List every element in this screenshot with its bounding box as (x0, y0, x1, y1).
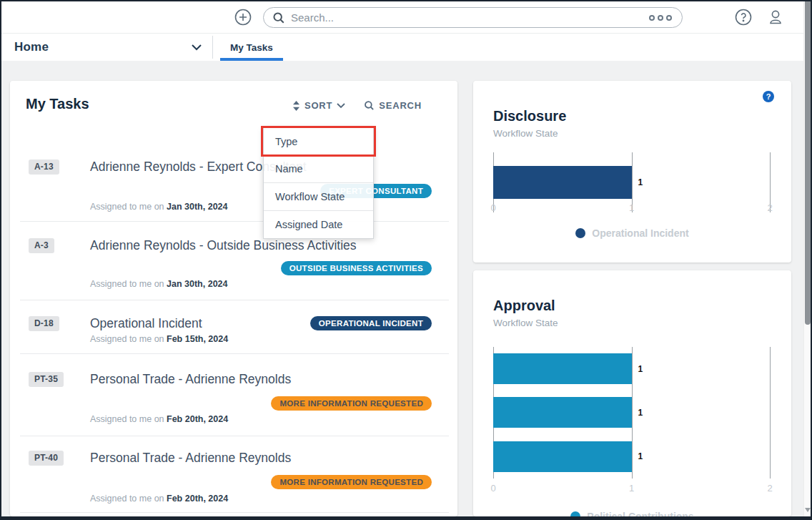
scrollbar-down-arrow-icon[interactable] (805, 508, 811, 512)
sort-menu: Type Name Workflow State Assigned Date (263, 127, 374, 239)
assigned-date: Assigned to me on Feb 20th, 2024 (90, 494, 457, 504)
bar-chart-plot: 111 (493, 347, 770, 479)
panel-title: My Tasks (26, 96, 89, 112)
sort-icon (292, 101, 300, 111)
tab-label: My Tasks (230, 42, 273, 53)
legend-label: Political Contributions (587, 511, 693, 520)
legend-label: Operational Incident (592, 227, 688, 239)
task-row[interactable]: A-3 Adrienne Reynolds - Outside Business… (10, 222, 457, 300)
x-tick-label: 0 (490, 202, 495, 213)
user-profile-icon[interactable] (766, 8, 785, 26)
vertical-scrollbar[interactable] (803, 1, 811, 516)
home-label: Home (14, 40, 49, 54)
sort-option-type[interactable]: Type (264, 128, 373, 156)
task-id-badge: PT-40 (29, 451, 64, 466)
bar (493, 441, 632, 472)
home-dropdown[interactable]: Home (14, 34, 202, 61)
search-input[interactable] (291, 11, 649, 24)
assigned-date: Assigned to me on Feb 15th, 2024 (90, 334, 457, 344)
nav-bar: Home My Tasks (1, 34, 811, 61)
task-type-badge: MORE INFORMATION REQUESTED (271, 475, 432, 489)
task-row[interactable]: PT-40 Personal Trade - Adrienne Reynolds… (10, 436, 457, 513)
add-icon[interactable] (234, 9, 252, 26)
legend-dot (575, 228, 585, 238)
task-row[interactable]: D-18 Operational Incident OPERATIONAL IN… (10, 300, 457, 354)
chart-subtitle: Workflow State (493, 128, 558, 139)
tab-my-tasks[interactable]: My Tasks (220, 34, 283, 61)
task-id-badge: PT-35 (29, 372, 64, 387)
bar-value-label: 1 (638, 177, 643, 187)
list-controls: SORT SEARCH (292, 100, 422, 111)
sort-chevron-icon (337, 103, 345, 109)
x-axis-ticks: 012 (493, 483, 770, 494)
task-type-badge: OUTSIDE BUSINESS ACTIVITIES (281, 261, 432, 275)
task-title: Personal Trade - Adrienne Reynolds (90, 449, 291, 466)
task-type-badge: MORE INFORMATION REQUESTED (271, 396, 432, 411)
sort-option-workflow-state[interactable]: Workflow State (264, 183, 373, 211)
global-search-bar[interactable] (263, 7, 683, 28)
help-icon[interactable] (735, 9, 752, 26)
task-id-badge: D-18 (29, 316, 59, 331)
nav-divider (212, 36, 213, 59)
chart-title: Approval (493, 298, 555, 314)
task-title: Adrienne Reynolds - Outside Business Act… (90, 237, 357, 254)
active-tab-underline (220, 58, 283, 61)
chart-subtitle: Workflow State (493, 318, 558, 328)
chart-legend: Political Contributions (473, 511, 791, 520)
x-axis-ticks: 012 (493, 202, 770, 214)
search-icon (364, 100, 375, 111)
disclosure-chart-card: ? Disclosure Workflow State 1 012 Operat… (473, 81, 791, 263)
bar-value-label: 1 (638, 451, 643, 461)
task-row[interactable]: PT-35 Personal Trade - Adrienne Reynolds… (10, 354, 457, 436)
sort-option-assigned-date[interactable]: Assigned Date (264, 211, 373, 239)
bar (493, 166, 632, 199)
bar-value-label: 1 (638, 364, 643, 374)
sort-button[interactable]: SORT (292, 100, 345, 111)
scrollbar-thumb[interactable] (805, 1, 811, 325)
my-tasks-panel: My Tasks SORT SEARCH A-13 (10, 81, 457, 516)
x-tick-label: 2 (767, 483, 772, 494)
chart-legend: Operational Incident (473, 227, 791, 239)
task-title: Personal Trade - Adrienne Reynolds (90, 371, 291, 388)
task-type-badge: OPERATIONAL INCIDENT (310, 316, 432, 330)
bar (493, 353, 632, 384)
x-tick-label: 2 (767, 202, 772, 213)
gridline (770, 347, 771, 479)
sort-option-name[interactable]: Name (264, 156, 373, 184)
task-title: Operational Incident (90, 315, 202, 332)
more-options-icon[interactable] (649, 15, 673, 21)
search-tasks-button[interactable]: SEARCH (364, 100, 422, 111)
assigned-date: Assigned to me on Jan 30th, 2024 (90, 279, 457, 289)
chart-help-icon[interactable]: ? (763, 91, 774, 102)
app-window: Home My Tasks My Tasks SORT (0, 0, 812, 520)
task-row[interactable]: A-13 Adrienne Reynolds - Expert Consulta… (10, 152, 457, 222)
task-id-badge: A-3 (29, 238, 54, 253)
chart-title: Disclosure (493, 108, 566, 124)
bar (493, 397, 632, 428)
search-icon (272, 11, 285, 24)
approval-chart-card: Approval Workflow State 111 012 Politica… (473, 270, 791, 516)
task-id-badge: A-13 (29, 160, 59, 175)
sort-label: SORT (304, 100, 332, 111)
chevron-down-icon (192, 44, 202, 51)
search-label: SEARCH (379, 100, 422, 111)
top-bar (1, 1, 811, 34)
x-tick-label: 1 (629, 202, 634, 213)
x-tick-label: 1 (629, 483, 634, 494)
legend-dot (570, 511, 580, 520)
bar-value-label: 1 (638, 408, 643, 418)
x-tick-label: 0 (490, 483, 495, 494)
assigned-date: Assigned to me on Feb 20th, 2024 (90, 414, 457, 424)
